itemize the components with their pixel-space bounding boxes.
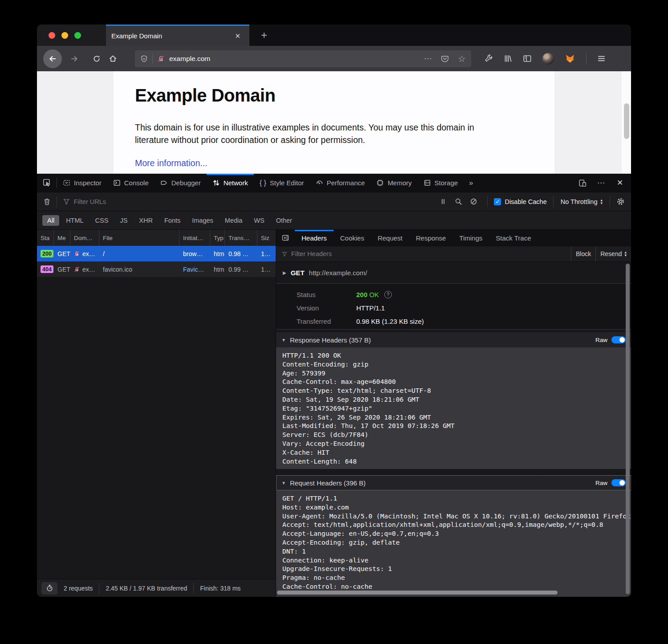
tab-stack-trace[interactable]: Stack Trace	[489, 230, 538, 246]
raw-toggle-on[interactable]	[611, 336, 626, 343]
tab-close-icon[interactable]: ✕	[232, 30, 243, 42]
filter-headers-input[interactable]	[291, 250, 567, 257]
network-settings-button[interactable]	[610, 197, 631, 206]
block-button[interactable]: Block	[571, 246, 595, 261]
tab-storage-label: Storage	[435, 179, 458, 187]
request-table-header: Sta Me Dom… File Initiat… Typ Trans… Siz	[37, 230, 276, 246]
details-horizontal-scrollbar[interactable]	[277, 591, 558, 595]
devtools-menu-button[interactable]: ⋯	[594, 176, 609, 190]
details-vertical-scrollbar[interactable]	[626, 264, 630, 594]
request-row-selected[interactable]: 200 GET ex… / brow… htm 0.98 … 1…	[37, 246, 276, 261]
devtools-toolbar: Inspector Console Debugger	[37, 174, 631, 192]
insecure-lock-icon	[74, 266, 80, 272]
transferred-cell: 0.99 …	[225, 266, 257, 273]
minimize-window-button[interactable]	[61, 32, 68, 39]
request-url-summary[interactable]: ▶ GET http://example.com/	[276, 262, 631, 283]
request-row[interactable]: 404 GET ex… favicon.ico Favic… htm 0.99 …	[37, 261, 276, 277]
pocket-icon[interactable]	[441, 55, 449, 63]
column-transferred[interactable]: Trans…	[225, 230, 257, 246]
performance-analysis-button[interactable]	[41, 582, 57, 595]
filter-other[interactable]: Other	[271, 215, 297, 226]
column-file[interactable]: File	[99, 230, 179, 246]
more-information-link[interactable]: More information...	[135, 158, 208, 168]
filter-html[interactable]: HTML	[61, 215, 88, 226]
filter-all[interactable]: All	[42, 215, 59, 226]
domain-cell: ex…	[70, 266, 99, 273]
reload-button[interactable]	[89, 52, 105, 66]
search-button[interactable]	[451, 195, 466, 208]
filter-ws[interactable]: WS	[249, 215, 269, 226]
response-headers-section-toggle[interactable]: ▼ Response Headers (357 B) Raw	[276, 332, 631, 347]
column-size[interactable]: Siz	[257, 230, 276, 246]
menu-hamburger-icon[interactable]	[597, 54, 606, 63]
initiator-link[interactable]: Favic…	[179, 266, 210, 273]
page-scrollbar-track[interactable]	[622, 71, 631, 174]
tab-cookies[interactable]: Cookies	[334, 230, 371, 246]
bookmark-star-icon[interactable]: ☆	[458, 53, 466, 64]
new-tab-button[interactable]: +	[253, 24, 275, 46]
home-button[interactable]	[105, 52, 121, 66]
column-domain[interactable]: Dom…	[70, 230, 99, 246]
tab-request[interactable]: Request	[371, 230, 409, 246]
url-bar[interactable]: example.com ⋯ ☆	[135, 50, 471, 67]
details-panel-toggle-button[interactable]	[276, 230, 295, 246]
url-text[interactable]: example.com	[169, 55, 424, 63]
tab-headers[interactable]: Headers	[295, 230, 334, 246]
collapse-triangle-icon: ▼	[281, 481, 286, 485]
throttling-dropdown[interactable]: No Throttling ▴▾	[554, 198, 610, 205]
filter-js[interactable]: JS	[115, 215, 132, 226]
request-headers-section-toggle[interactable]: ▼ Request Headers (396 B) Raw	[276, 475, 631, 490]
filter-fonts[interactable]: Fonts	[159, 215, 185, 226]
raw-toggle-on[interactable]	[611, 479, 626, 486]
collapse-triangle-icon: ▼	[281, 338, 286, 342]
column-type[interactable]: Typ	[210, 230, 225, 246]
back-button[interactable]	[43, 49, 62, 68]
tab-performance[interactable]: Performance	[310, 174, 371, 192]
column-status[interactable]: Sta	[37, 230, 54, 246]
column-method[interactable]: Me	[54, 230, 70, 246]
pick-element-button[interactable]	[37, 174, 57, 192]
page-content-card: Example Domain This domain is for use in…	[114, 71, 554, 174]
tracking-shield-icon[interactable]	[140, 55, 148, 63]
page-actions-icon[interactable]: ⋯	[424, 54, 432, 63]
toolbar-overflow-button[interactable]: »	[464, 174, 478, 192]
filter-urls-input[interactable]	[74, 198, 436, 205]
tab-debugger[interactable]: Debugger	[155, 174, 207, 192]
close-window-button[interactable]	[49, 32, 55, 39]
tab-memory[interactable]: Memory	[371, 174, 417, 192]
forward-button[interactable]	[66, 52, 82, 66]
pause-recording-button[interactable]	[436, 195, 451, 208]
tab-console[interactable]: Console	[107, 174, 155, 192]
expand-triangle-icon[interactable]: ▶	[283, 270, 286, 275]
zoom-window-button[interactable]	[74, 32, 81, 39]
tab-timings[interactable]: Timings	[452, 230, 489, 246]
insecure-lock-icon[interactable]	[157, 55, 165, 63]
tab-style-editor[interactable]: { } Style Editor	[254, 174, 310, 192]
filter-css[interactable]: CSS	[90, 215, 114, 226]
browser-tab[interactable]: Example Domain ✕	[106, 24, 249, 46]
tab-response[interactable]: Response	[409, 230, 453, 246]
devtools-wrench-icon[interactable]	[485, 54, 493, 63]
disable-cache-checkbox[interactable]: ✓ Disable Cache	[488, 198, 553, 205]
tab-network[interactable]: Network	[207, 174, 254, 192]
tab-storage[interactable]: Storage	[418, 174, 464, 192]
status-help-icon[interactable]: ?	[384, 291, 392, 298]
summary-url: http://example.com/	[309, 269, 367, 277]
metamask-fox-icon[interactable]	[565, 54, 575, 64]
clear-requests-button[interactable]	[37, 198, 57, 206]
profile-avatar[interactable]	[542, 53, 554, 65]
tab-style-editor-label: Style Editor	[270, 179, 304, 187]
filter-images[interactable]: Images	[187, 215, 218, 226]
block-requests-button[interactable]	[466, 195, 481, 208]
resend-button[interactable]: Resend ▴▾	[595, 246, 631, 261]
devtools-close-button[interactable]: ✕	[612, 176, 627, 190]
filter-media[interactable]: Media	[220, 215, 248, 226]
checkbox-checked-icon[interactable]: ✓	[494, 198, 501, 205]
filter-xhr[interactable]: XHR	[134, 215, 158, 226]
responsive-design-mode-button[interactable]	[575, 176, 590, 190]
tab-inspector[interactable]: Inspector	[57, 174, 107, 192]
column-initiator[interactable]: Initiat…	[179, 230, 210, 246]
page-scrollbar-thumb[interactable]	[624, 103, 629, 139]
sidebar-icon[interactable]	[523, 54, 532, 63]
library-icon[interactable]	[504, 54, 512, 63]
